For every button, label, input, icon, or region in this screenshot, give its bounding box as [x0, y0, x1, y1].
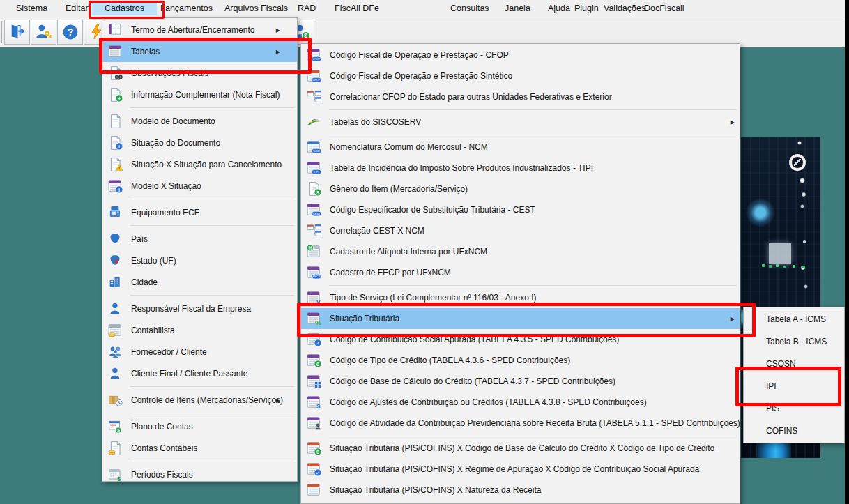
- menu-separator: [130, 295, 294, 296]
- menu-item-ipi[interactable]: IPI: [744, 375, 844, 397]
- svg-text:$: $: [304, 32, 307, 39]
- svg-text:NCM: NCM: [313, 149, 320, 153]
- menu-item-observacoes-fiscais[interactable]: Observações Fiscais: [102, 62, 297, 84]
- menu-item-label: Código Fiscal de Operação e Prestação - …: [330, 50, 509, 60]
- menu-item-cofins[interactable]: COFINS: [744, 420, 844, 442]
- menu-item-contas-contabeis[interactable]: Contas Contábeis: [102, 437, 297, 459]
- menu-item-tabela-de-incidencia-do-imposto-sobre-produtos-i[interactable]: TIPITabela de Incidência do Imposto Sobr…: [301, 158, 740, 178]
- menu-item-label: IPI: [766, 381, 777, 391]
- menu-item-nomenclatura-comum-do-mercosul-ncm[interactable]: NCMNomenclatura Comum do Mercosul - NCM: [301, 137, 740, 158]
- menu-item-situacao-tributaria-pis-cofins-x-regime-de-apura[interactable]: ✓Situação Tributária (PIS/COFINS) X Regi…: [301, 459, 740, 480]
- menu-item-responsavel-fiscal-da-empresa[interactable]: Responsável Fiscal da Empresa: [102, 298, 297, 319]
- menu-item-label: COFINS: [766, 426, 797, 436]
- menu-item-csosn[interactable]: CSOSN: [744, 353, 844, 375]
- submenu-arrow-icon: ▶: [276, 397, 280, 403]
- menu-item-contabilista[interactable]: Contabilista: [102, 319, 297, 341]
- menu-item-label: Contabilista: [131, 326, 175, 335]
- menu-item-label: Situação do Documento: [131, 138, 220, 148]
- svg-text:CFOP: CFOP: [312, 78, 321, 82]
- menu-item-cliente-final-cliente-passante[interactable]: Cliente Final / Cliente Passante: [102, 362, 297, 384]
- menu-separator: [130, 386, 294, 387]
- menu-item-pais[interactable]: País: [102, 228, 297, 250]
- wallpaper-green-lights: [762, 264, 765, 267]
- menu-item-codigo-de-base-de-calculo-do-credito-tabela-4-3-[interactable]: Código de Base de Cálculo do Crédito (TA…: [301, 371, 740, 392]
- menu-fiscall-dfe[interactable]: FiscAll DFe: [329, 1, 385, 15]
- menu-item-termo-de-abertura-encerramento[interactable]: Termo de Abertura/Encerramento▶: [102, 19, 297, 40]
- menu-item-correlacionar-cfop-do-estado-para-outras-unidade[interactable]: Correlacionar CFOP do Estado para outras…: [301, 86, 740, 107]
- menu-item-codigo-de-contribuicao-social-apurada-tabela-4-3[interactable]: ✓Código de Contribuição Social Apurada (…: [301, 329, 740, 350]
- menu-item-modelo-de-documento[interactable]: Modelo de Documento: [102, 110, 297, 132]
- menu-item-codigo-fiscal-de-operacao-e-prestacao-cfop[interactable]: CFOPCódigo Fiscal de Operação e Prestaçã…: [301, 45, 740, 66]
- menu-item-periodos-fiscais[interactable]: $Períodos Fiscais: [102, 464, 297, 485]
- menu-item-modelo-x-situacao[interactable]: iModelo X Situação: [102, 175, 297, 197]
- menu-item-situacao-x-situacao-para-cancelamento[interactable]: !Situação X Situação para Cancelamento: [102, 153, 297, 175]
- situacao-tributaria-table-icon: %: [305, 311, 323, 326]
- menu-item-pis[interactable]: PIS: [744, 397, 844, 420]
- menu-item-situacao-do-documento[interactable]: iSituação do Documento: [102, 132, 297, 153]
- people-group-icon: [107, 344, 125, 360]
- menu-item-label: Código Especificador de Substituição Tri…: [330, 205, 535, 215]
- svg-text:CEST: CEST: [313, 212, 321, 215]
- menu-item-label: Situação Tributária (PIS/COFINS) X Regim…: [330, 464, 699, 474]
- accounts-window-icon: $: [107, 419, 125, 434]
- menu-cadastros[interactable]: Cadastros: [92, 1, 157, 15]
- item-genre-document-icon: $: [305, 181, 323, 197]
- menu-item-codigo-especificador-de-substituicao-tributaria-[interactable]: CESTCódigo Especificador de Substituição…: [301, 199, 740, 220]
- menu-item-tipo-de-servico-lei-complementar-n-116-03-anexo-[interactable]: yTipo de Serviço (Lei Complementar nº 11…: [301, 287, 740, 308]
- help-button[interactable]: ?: [57, 20, 83, 45]
- menu-item-label: Correlação CEST X NCM: [330, 226, 424, 236]
- menu-item-correlacao-cest-x-ncm[interactable]: Correlação CEST X NCM: [301, 220, 740, 241]
- calendar-dollar-icon: $: [107, 467, 125, 482]
- svg-text:$: $: [316, 402, 321, 410]
- menu-item-estado-uf[interactable]: Estado (UF): [102, 250, 297, 271]
- menu-item-tabelas[interactable]: Tabelas▶: [102, 40, 297, 62]
- table-coins-icon: [107, 323, 125, 338]
- submenu-arrow-icon: ▶: [731, 119, 735, 125]
- menu-item-cadastro-de-fecp-por-ufxncm[interactable]: FECPCadastro de FECP por UFxNCM: [301, 262, 740, 283]
- menu-item-codigo-de-tipo-de-credito-tabela-4-3-6-sped-cont[interactable]: 0Código de Tipo de Crédito (TABELA 4.3.6…: [301, 350, 740, 371]
- menu-item-codigo-de-ajustes-de-contribuicao-ou-creditos-ta[interactable]: $Código de Ajustes de Contribuição ou Cr…: [301, 392, 740, 413]
- menu-item-label: Cadastro de FECP por UFxNCM: [330, 268, 451, 277]
- menu-janela[interactable]: Janela: [499, 1, 536, 15]
- submenu-arrow-icon: ▶: [731, 316, 735, 322]
- menu-item-situacao-tributaria-pis-cofins-x-codigo-de-base-[interactable]: 0Situação Tributária (PIS/COFINS) X Códi…: [301, 438, 740, 459]
- menu-rad[interactable]: RAD: [292, 1, 321, 15]
- menu-item-label: Responsável Fiscal da Empresa: [131, 304, 251, 314]
- menu-item-equipamento-ecf[interactable]: Equipamento ECF: [102, 201, 297, 223]
- cfop-sintetico-table-icon: CFOP: [305, 68, 323, 84]
- menu-item-genero-do-item-mercadoria-servico[interactable]: $Gênero do Item (Mercadoria/Serviço): [301, 178, 740, 199]
- menu-item-situacao-tributaria-pis-cofins-x-natureza-da-rec[interactable]: Situação Tributária (PIS/COFINS) X Natur…: [301, 480, 740, 501]
- menu-item-label: Contas Contábeis: [131, 443, 197, 453]
- menu-item-plano-de-contas[interactable]: $Plano de Contas: [102, 415, 297, 437]
- menu-editar[interactable]: Editar: [60, 1, 94, 15]
- table-info-icon: i: [107, 178, 125, 194]
- menu-item-situacao-tributaria[interactable]: %Situação Tributária▶: [301, 308, 740, 329]
- menu-item-codigo-de-atividade-da-contribuicao-previdenciar[interactable]: Código de Atividade da Contribuição Prev…: [301, 413, 740, 434]
- menu-item-label: Código de Contribuição Social Apurada (T…: [330, 335, 619, 344]
- document-icon: [107, 114, 125, 129]
- menu-item-label: Cidade: [131, 277, 158, 287]
- menu-item-informacao-complementar-nota-fiscal[interactable]: +Informação Complementar (Nota Fiscal): [102, 84, 297, 105]
- menu-item-tabela-b-icms[interactable]: Tabela B - ICMS: [744, 330, 844, 353]
- package-clock-icon: [107, 392, 125, 408]
- user-key-icon: [35, 23, 53, 41]
- menu-separator: [130, 461, 294, 461]
- menu-arquivos-fiscais[interactable]: Arquivos Fiscais: [219, 1, 293, 15]
- menu-item-tabelas-do-siscoserv[interactable]: Tabelas do SISCOSERV▶: [301, 112, 740, 132]
- menu-lancamentos[interactable]: Lançamentos: [155, 1, 218, 15]
- exit-door-icon: [8, 23, 26, 41]
- menu-item-controle-de-itens-mercadorias-servicos[interactable]: Controle de Itens (Mercadorias/Serviços)…: [102, 389, 297, 411]
- menu-consultas[interactable]: Consultas: [445, 1, 495, 15]
- contribuicao-social-table-icon: ✓: [305, 332, 323, 347]
- menu-item-cadastro-de-aliquota-interna-por-ufxncm[interactable]: %Cadastro de Alíquota Interna por UFxNCM: [301, 241, 740, 262]
- menu-item-codigo-fiscal-de-operacao-e-prestacao-sintetico[interactable]: CFOPCódigo Fiscal de Operação e Prestaçã…: [301, 66, 740, 86]
- exit-door-button[interactable]: [4, 20, 30, 45]
- menu-sistema[interactable]: Sistema: [10, 1, 53, 15]
- menu-item-tabela-a-icms[interactable]: Tabela A - ICMS: [744, 308, 844, 330]
- tipi-table-icon: TIPI: [305, 160, 323, 176]
- svg-text:TIPI: TIPI: [314, 170, 319, 174]
- menu-item-fornecedor-cliente[interactable]: Fornecedor / Cliente: [102, 341, 297, 362]
- menu-item-cidade[interactable]: Cidade: [102, 271, 297, 293]
- menu-docfiscall[interactable]: DocFiscall: [638, 1, 690, 15]
- user-key-button[interactable]: [31, 20, 56, 45]
